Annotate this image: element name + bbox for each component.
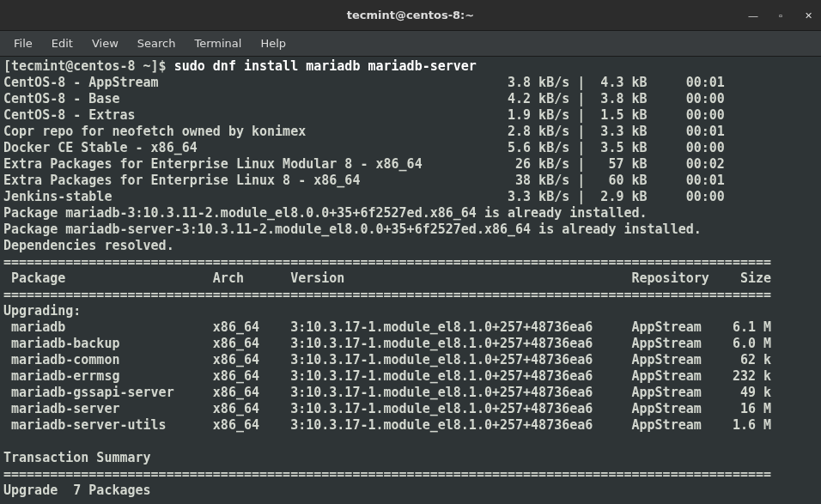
package-row: mariadb-server x86_64 3:10.3.17-1.module… xyxy=(3,401,818,417)
package-row: mariadb-backup x86_64 3:10.3.17-1.module… xyxy=(3,336,818,352)
window-controls: — ▫ ✕ xyxy=(745,0,816,31)
deps-resolved-line: Dependencies resolved. xyxy=(3,238,818,254)
minimize-button[interactable]: — xyxy=(745,8,761,23)
upgrading-label: Upgrading: xyxy=(3,303,818,319)
maximize-button[interactable]: ▫ xyxy=(773,8,788,23)
already-installed-line: Package mariadb-3:10.3.11-2.module_el8.0… xyxy=(3,205,818,222)
blank-line xyxy=(3,434,818,450)
repo-progress-line: Docker CE Stable - x86_64 5.6 kB/s | 3.5… xyxy=(3,140,818,156)
menu-help[interactable]: Help xyxy=(252,33,295,53)
repo-progress-line: CentOS-8 - Base 4.2 kB/s | 3.8 kB 00:00 xyxy=(3,91,818,107)
menu-edit[interactable]: Edit xyxy=(43,33,82,53)
menu-file[interactable]: File xyxy=(5,33,41,53)
command-text: sudo dnf install mariadb mariadb-server xyxy=(174,58,477,74)
upgrade-summary-line: Upgrade 7 Packages xyxy=(3,483,818,499)
package-row: mariadb-server-utils x86_64 3:10.3.17-1.… xyxy=(3,417,818,434)
window-titlebar: tecmint@centos-8:~ — ▫ ✕ xyxy=(0,0,821,31)
package-row: mariadb-common x86_64 3:10.3.17-1.module… xyxy=(3,352,818,368)
menu-view[interactable]: View xyxy=(83,33,127,53)
package-row: mariadb x86_64 3:10.3.17-1.module_el8.1.… xyxy=(3,319,818,336)
repo-progress-line: Jenkins-stable 3.3 kB/s | 2.9 kB 00:00 xyxy=(3,189,818,205)
window-title: tecmint@centos-8:~ xyxy=(347,9,474,21)
menu-bar: File Edit View Search Terminal Help xyxy=(0,31,821,57)
rule-line: ========================================… xyxy=(3,287,818,303)
repo-progress-line: CentOS-8 - AppStream 3.8 kB/s | 4.3 kB 0… xyxy=(3,75,818,91)
close-button[interactable]: ✕ xyxy=(800,8,816,23)
package-row: mariadb-errmsg x86_64 3:10.3.17-1.module… xyxy=(3,368,818,385)
repo-progress-line: CentOS-8 - Extras 1.9 kB/s | 1.5 kB 00:0… xyxy=(3,107,818,124)
already-installed-line: Package mariadb-server-3:10.3.11-2.modul… xyxy=(3,222,818,238)
repo-progress-line: Extra Packages for Enterprise Linux 8 - … xyxy=(3,173,818,189)
menu-terminal[interactable]: Terminal xyxy=(185,33,250,53)
rule-line: ========================================… xyxy=(3,254,818,270)
menu-search[interactable]: Search xyxy=(129,33,185,53)
transaction-summary-title: Transaction Summary xyxy=(3,450,818,466)
table-header-line: Package Arch Version Repository Size xyxy=(3,270,818,287)
rule-line: ========================================… xyxy=(3,466,818,483)
repo-progress-line: Copr repo for neofetch owned by konimex … xyxy=(3,124,818,140)
package-row: mariadb-gssapi-server x86_64 3:10.3.17-1… xyxy=(3,385,818,401)
terminal-output[interactable]: [tecmint@centos-8 ~]$ sudo dnf install m… xyxy=(0,57,821,501)
prompt-line: [tecmint@centos-8 ~]$ sudo dnf install m… xyxy=(3,58,818,75)
repo-progress-line: Extra Packages for Enterprise Linux Modu… xyxy=(3,156,818,173)
